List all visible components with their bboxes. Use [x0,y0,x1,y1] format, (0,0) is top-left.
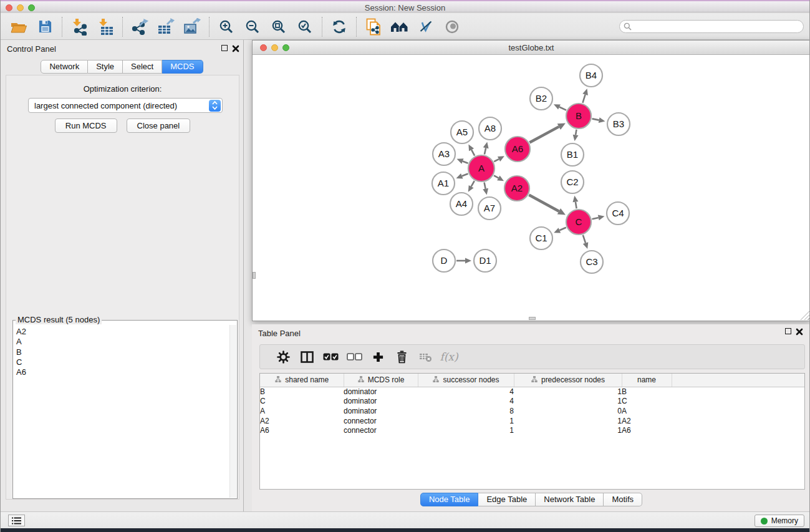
column-layout-button[interactable] [295,351,319,363]
mcds-result-item[interactable]: A [14,337,229,347]
memory-button[interactable]: Memory [755,515,804,527]
delete-column-button[interactable] [390,351,413,364]
import-network-button[interactable] [66,16,92,38]
tab-edge-table[interactable]: Edge Table [478,493,536,506]
add-column-button[interactable] [366,351,390,363]
import-table-button[interactable] [92,16,118,38]
save-session-button[interactable] [32,16,58,38]
graph-edge-arrowhead [465,258,471,264]
table-settings-button[interactable] [271,351,295,364]
mcds-result-item[interactable]: A6 [14,367,229,377]
result-scrollbar[interactable] [229,325,236,498]
table-row[interactable]: Adominator80A [260,406,804,416]
graph-node-label-D1: D1 [479,255,491,266]
zoom-in-button[interactable] [213,16,239,38]
horizontal-scroll-thumb[interactable] [529,317,536,320]
graph-edge-B-B2[interactable] [559,107,566,110]
mcds-result-list[interactable]: A2ABCA6 [14,325,229,498]
graph-edge-B-B4[interactable] [582,95,585,103]
tab-network[interactable]: Network [41,60,88,74]
open-session-button[interactable] [6,16,32,38]
graph-edge-A-A8[interactable] [485,148,486,154]
graph-edge-A6-B[interactable] [529,127,559,142]
export-image-button[interactable] [179,16,205,38]
column-header-successor-nodes[interactable]: successor nodes [418,374,514,387]
column-header-MCDS-role[interactable]: MCDS role [344,374,418,387]
node-table[interactable]: shared nameMCDS rolesuccessor nodesprede… [259,373,805,490]
close-table-panel-icon[interactable] [796,328,803,336]
graph-edge-A-A1[interactable] [462,173,468,176]
graph-node-label-A5: A5 [456,127,468,137]
graph-node-label-C: C [576,216,582,227]
column-header-predecessor-nodes[interactable]: predecessor nodes [514,374,622,387]
tab-motifs[interactable]: Motifs [604,493,642,506]
graph-node-label-B2: B2 [536,93,547,104]
graph-edge-A-A7[interactable] [485,183,486,189]
refresh-icon [332,19,347,34]
zoom-selected-button[interactable] [292,16,318,38]
tab-network-table[interactable]: Network Table [536,493,604,506]
delete-table-button[interactable] [413,352,437,362]
zoom-fit-icon [271,19,286,34]
network-file-icon [365,18,382,36]
search-input[interactable] [619,20,804,33]
deselect-all-button[interactable] [342,352,366,361]
tab-select[interactable]: Select [123,60,162,74]
mcds-result-item[interactable]: A2 [14,327,229,337]
float-table-panel-icon[interactable] [785,328,791,334]
table-row[interactable]: Bdominator41B [260,387,804,397]
table-row[interactable]: A2connector11A2 [260,416,804,426]
tab-mcds[interactable]: MCDS [162,60,203,74]
close-panel-icon[interactable] [232,45,239,52]
zoom-out-button[interactable] [239,16,266,38]
graph-edge-C-C1[interactable] [559,228,566,231]
table-row[interactable]: Cdominator41C [260,397,804,407]
hide-graphics-details-button[interactable] [413,16,439,38]
export-table-icon [157,18,175,35]
refresh-view-button[interactable] [326,16,352,38]
graph-edge-C-C2[interactable] [576,202,577,209]
vertical-scroll-thumb[interactable] [253,272,256,279]
export-network-button[interactable] [127,16,153,38]
network-from-file-button[interactable] [360,16,387,38]
graph-edge-A-A2[interactable] [494,175,498,178]
graph-edge-C-C4[interactable] [592,218,598,219]
graph-edge-arrowhead [483,188,488,195]
column-header-shared-name[interactable]: shared name [260,374,344,387]
select-stepper-icon [209,100,221,112]
toolbar-separator [356,17,357,37]
home-view-button[interactable] [387,16,413,38]
float-panel-icon[interactable] [221,45,228,51]
tab-style[interactable]: Style [88,60,123,74]
zoom-fit-button[interactable] [266,16,292,38]
graph-edge-A-A6[interactable] [494,159,499,162]
mcds-result-item[interactable]: C [14,357,229,367]
graph-edge-B-B1[interactable] [576,130,576,135]
graph-edge-A-A4[interactable] [471,181,475,186]
zoom-in-icon [219,19,234,34]
panel-selector-button[interactable] [8,515,25,526]
run-mcds-button[interactable]: Run MCDS [55,118,117,133]
graph-edge-C-C3[interactable] [583,235,586,243]
graph-edge-A2-C[interactable] [529,195,559,211]
graph-edge-arrowhead [572,196,578,203]
function-builder-button[interactable]: f(x) [437,351,461,363]
tab-node-table[interactable]: Node Table [420,493,479,506]
network-window-titlebar[interactable]: testGlobe.txt [253,41,810,55]
column-header-name[interactable]: name [622,374,672,387]
mcds-result-item[interactable]: B [14,347,229,357]
close-panel-button[interactable]: Close panel [127,118,191,133]
optimization-select[interactable]: largest connected component (directed) [28,98,223,113]
export-table-button[interactable] [153,16,179,38]
network-canvas[interactable]: AA6A2BCA5A8A3A1A4A7B2B4B3B1C2C4C1C3DD1 [253,55,810,321]
toolbar-separator [209,17,210,37]
search-icon [624,22,632,31]
graph-edge-A-A5[interactable] [471,150,475,155]
table-row[interactable]: A6connector11A6 [260,425,804,435]
list-icon [12,517,21,525]
control-panel-tabs: NetworkStyleSelectMCDS [1,60,243,74]
graph-edge-A-A3[interactable] [463,161,468,163]
select-all-button[interactable] [319,352,342,361]
graph-edge-B-B3[interactable] [592,118,599,120]
birdseye-view-button[interactable] [439,16,465,38]
